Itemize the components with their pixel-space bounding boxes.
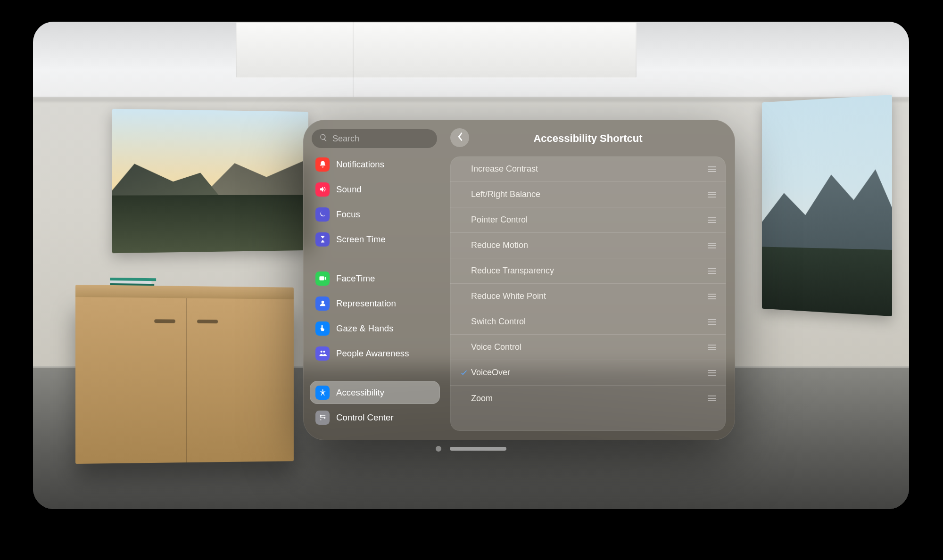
- shortcut-option-voiceover[interactable]: VoiceOver: [450, 360, 726, 386]
- reorder-handle-icon[interactable]: [706, 345, 716, 350]
- wall-art-right: [762, 95, 892, 316]
- sound-icon: [315, 182, 330, 197]
- reorder-handle-icon[interactable]: [706, 319, 716, 325]
- shortcut-option-label: Reduce Motion: [471, 240, 706, 250]
- shortcut-options-list: Increase ContrastLeft/Right BalancePoint…: [450, 156, 726, 431]
- window-grab-bar[interactable]: [450, 447, 506, 451]
- reorder-handle-icon[interactable]: [706, 192, 716, 198]
- screen-time-icon: [315, 232, 330, 247]
- shortcut-option-reduce-motion[interactable]: Reduce Motion: [450, 233, 726, 258]
- shortcut-option-label: Switch Control: [471, 317, 706, 327]
- control-center-icon: [315, 411, 330, 425]
- sidebar-item-focus[interactable]: Focus: [310, 203, 440, 226]
- settings-sidebar: Notifications Sound Focus: [303, 120, 445, 440]
- cabinet: [75, 285, 294, 464]
- sidebar-item-label: FaceTime: [336, 273, 375, 284]
- sidebar-item-screen-time[interactable]: Screen Time: [310, 228, 440, 251]
- wall-art-left: [112, 109, 308, 253]
- window-close-dot[interactable]: [436, 446, 441, 452]
- search-field[interactable]: [312, 129, 437, 148]
- sidebar-item-label: Gaze & Hands: [336, 323, 394, 334]
- reorder-handle-icon[interactable]: [706, 217, 716, 223]
- sidebar-item-label: Accessibility: [336, 387, 384, 398]
- window-controls: [436, 446, 506, 452]
- checkmark-icon: [457, 369, 471, 377]
- sidebar-item-label: Sound: [336, 184, 362, 195]
- shortcut-option-pointer-control[interactable]: Pointer Control: [450, 207, 726, 233]
- shortcut-option-label: Zoom: [471, 394, 706, 404]
- people-awareness-icon: [315, 346, 330, 361]
- sidebar-item-sound[interactable]: Sound: [310, 178, 440, 201]
- gaze-hands-icon: [315, 321, 330, 336]
- shortcut-option-label: Left/Right Balance: [471, 189, 706, 199]
- accessibility-icon: [315, 386, 330, 400]
- reorder-handle-icon[interactable]: [706, 268, 716, 274]
- shortcut-option-label: Reduce Transparency: [471, 266, 706, 276]
- representation-icon: [315, 296, 330, 311]
- reorder-handle-icon[interactable]: [706, 370, 716, 376]
- chevron-left-icon: [456, 132, 463, 143]
- reorder-handle-icon[interactable]: [706, 395, 716, 401]
- focus-icon: [315, 207, 330, 222]
- sidebar-item-label: Focus: [336, 209, 360, 220]
- detail-header: Accessibility Shortcut: [450, 128, 726, 149]
- shortcut-option-label: Voice Control: [471, 342, 706, 352]
- shortcut-option-reduce-transparency[interactable]: Reduce Transparency: [450, 258, 726, 284]
- shortcut-option-reduce-white-point[interactable]: Reduce White Point: [450, 284, 726, 309]
- sidebar-item-facetime[interactable]: FaceTime: [310, 267, 440, 290]
- facetime-icon: [315, 272, 330, 286]
- sidebar-item-label: Control Center: [336, 412, 394, 423]
- shortcut-option-label: Reduce White Point: [471, 291, 706, 301]
- search-input[interactable]: [332, 134, 430, 144]
- sidebar-item-gaze-hands[interactable]: Gaze & Hands: [310, 317, 440, 340]
- settings-window: Notifications Sound Focus: [303, 120, 735, 440]
- reorder-handle-icon[interactable]: [706, 166, 716, 172]
- shortcut-option-increase-contrast[interactable]: Increase Contrast: [450, 156, 726, 182]
- sidebar-list: Notifications Sound Focus: [310, 153, 440, 429]
- detail-title: Accessibility Shortcut: [533, 132, 642, 145]
- shortcut-option-voice-control[interactable]: Voice Control: [450, 335, 726, 360]
- sidebar-item-label: Representation: [336, 298, 396, 309]
- shortcut-option-label: VoiceOver: [471, 368, 706, 378]
- sidebar-item-label: Notifications: [336, 159, 384, 170]
- shortcut-option-label: Increase Contrast: [471, 164, 706, 174]
- sidebar-item-label: Screen Time: [336, 234, 386, 245]
- sidebar-item-representation[interactable]: Representation: [310, 292, 440, 315]
- sidebar-item-notifications[interactable]: Notifications: [310, 153, 440, 176]
- reorder-handle-icon[interactable]: [706, 294, 716, 299]
- sidebar-item-accessibility[interactable]: Accessibility: [310, 381, 440, 404]
- sidebar-item-label: People Awareness: [336, 348, 409, 359]
- shortcut-option-zoom[interactable]: Zoom: [450, 386, 726, 411]
- detail-pane: Accessibility Shortcut Increase Contrast…: [445, 120, 735, 440]
- back-button[interactable]: [450, 128, 469, 147]
- sidebar-item-people-awareness[interactable]: People Awareness: [310, 342, 440, 365]
- sidebar-item-control-center[interactable]: Control Center: [310, 406, 440, 429]
- reorder-handle-icon[interactable]: [706, 243, 716, 248]
- shortcut-option-left-right-balance[interactable]: Left/Right Balance: [450, 182, 726, 207]
- environment-viewport: Notifications Sound Focus: [33, 22, 909, 509]
- shortcut-option-switch-control[interactable]: Switch Control: [450, 309, 726, 335]
- notifications-icon: [315, 157, 330, 172]
- shortcut-option-label: Pointer Control: [471, 215, 706, 225]
- search-icon: [319, 133, 332, 144]
